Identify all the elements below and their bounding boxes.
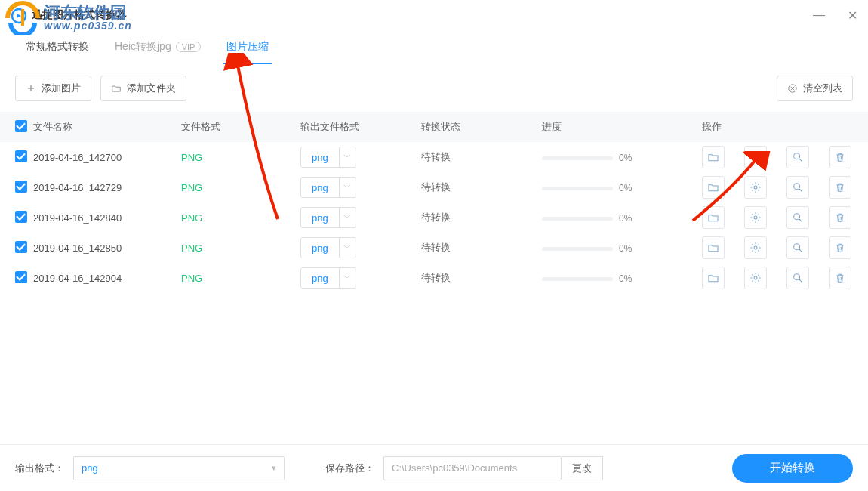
tab-common-format[interactable]: 常规格式转换 [23, 32, 92, 63]
col-filename: 文件名称 [33, 120, 181, 134]
table-row: 2019-04-16_142840PNGpng﹀待转换0% [0, 202, 868, 233]
chevron-down-icon: ▾ [272, 463, 276, 473]
svg-point-5 [754, 186, 757, 189]
progress-bar [542, 217, 613, 221]
file-name: 2019-04-16_142700 [33, 152, 181, 163]
output-format-select[interactable]: png﹀ [300, 207, 356, 228]
output-format-select[interactable]: png ▾ [73, 456, 285, 480]
file-name: 2019-04-16_142729 [33, 182, 181, 193]
settings-button[interactable] [744, 236, 767, 259]
settings-button[interactable] [744, 146, 767, 168]
preview-button[interactable] [786, 236, 809, 259]
settings-button[interactable] [744, 176, 767, 199]
start-convert-button[interactable]: 开始转换 [732, 454, 853, 483]
open-folder-button[interactable] [702, 176, 725, 199]
table-row: 2019-04-16_142850PNGpng﹀待转换0% [0, 233, 868, 263]
open-folder-button[interactable] [702, 267, 725, 289]
add-folder-button[interactable]: 添加文件夹 [100, 76, 186, 101]
row-checkbox[interactable] [15, 241, 27, 253]
delete-button[interactable] [829, 267, 851, 289]
delete-button[interactable] [829, 176, 851, 199]
chevron-down-icon: ﹀ [339, 147, 356, 168]
col-actions: 操作 [702, 120, 868, 134]
file-name: 2019-04-16_142850 [33, 242, 181, 254]
output-format-select[interactable]: png﹀ [300, 177, 356, 198]
file-name: 2019-04-16_142904 [33, 273, 181, 284]
table-row: 2019-04-16_142729PNGpng﹀待转换0% [0, 172, 868, 202]
save-path-input[interactable]: C:\Users\pc0359\Documents [383, 456, 562, 480]
delete-button[interactable] [829, 206, 851, 229]
output-format-select[interactable]: png﹀ [300, 237, 356, 258]
preview-button[interactable] [786, 206, 809, 229]
file-format: PNG [181, 242, 300, 254]
plus-icon [26, 83, 36, 94]
col-format: 文件格式 [181, 120, 300, 134]
row-checkbox[interactable] [15, 181, 27, 193]
col-status: 转换状态 [421, 120, 542, 134]
svg-point-4 [794, 153, 800, 159]
progress-value: 0% [619, 213, 632, 224]
row-checkbox[interactable] [15, 211, 27, 223]
chevron-down-icon: ﹀ [339, 237, 356, 258]
progress-bar [542, 156, 613, 160]
convert-status: 待转换 [421, 241, 542, 255]
titlebar: 迅捷图片格式转换器 — ✕ [0, 0, 868, 30]
tab-compress[interactable]: 图片压缩 [223, 32, 272, 63]
table-header: 文件名称 文件格式 输出文件格式 转换状态 进度 操作 [0, 112, 868, 142]
file-format: PNG [181, 152, 300, 163]
convert-status: 待转换 [421, 181, 542, 194]
svg-point-6 [794, 184, 800, 190]
preview-button[interactable] [786, 146, 809, 168]
add-image-button[interactable]: 添加图片 [15, 76, 91, 101]
file-name: 2019-04-16_142840 [33, 212, 181, 224]
progress-value: 0% [619, 183, 632, 193]
progress-bar [542, 187, 613, 190]
settings-button[interactable] [744, 267, 767, 289]
output-format-select[interactable]: png﹀ [300, 147, 356, 168]
convert-status: 待转换 [421, 271, 542, 285]
vip-badge: VIP [176, 42, 202, 52]
change-path-button[interactable]: 更改 [562, 456, 603, 480]
clear-list-button[interactable]: 清空列表 [777, 76, 853, 101]
svg-point-11 [754, 276, 757, 279]
svg-point-3 [754, 156, 757, 159]
file-format: PNG [181, 212, 300, 224]
settings-button[interactable] [744, 206, 767, 229]
open-folder-button[interactable] [702, 146, 725, 168]
open-folder-button[interactable] [702, 206, 725, 229]
table-row: 2019-04-16_142700PNGpng﹀待转换0% [0, 142, 868, 172]
clear-icon [787, 83, 798, 94]
progress-value: 0% [619, 273, 632, 284]
progress-bar [542, 277, 613, 281]
output-format-select[interactable]: png﹀ [300, 267, 356, 289]
delete-button[interactable] [829, 146, 851, 168]
chevron-down-icon: ﹀ [339, 177, 356, 198]
select-all-checkbox[interactable] [15, 120, 27, 132]
svg-point-7 [754, 216, 757, 219]
tab-heic[interactable]: Heic转换jpgVIP [112, 32, 204, 63]
svg-point-8 [794, 214, 800, 220]
app-icon [11, 8, 27, 24]
footer: 输出格式： png ▾ 保存路径： C:\Users\pc0359\Docume… [0, 444, 868, 491]
table-row: 2019-04-16_142904PNGpng﹀待转换0% [0, 263, 868, 293]
delete-button[interactable] [829, 236, 851, 259]
minimize-button[interactable]: — [813, 8, 825, 22]
convert-status: 待转换 [421, 150, 542, 164]
progress-value: 0% [619, 243, 632, 254]
svg-point-9 [754, 246, 757, 249]
output-format-label: 输出格式： [15, 462, 64, 475]
folder-icon [111, 83, 122, 94]
row-checkbox[interactable] [15, 150, 27, 162]
chevron-down-icon: ﹀ [339, 267, 356, 289]
tab-bar: 常规格式转换 Heic转换jpgVIP 图片压缩 [0, 30, 868, 65]
convert-status: 待转换 [421, 211, 542, 224]
row-checkbox[interactable] [15, 271, 27, 283]
preview-button[interactable] [786, 267, 809, 289]
open-folder-button[interactable] [702, 236, 725, 259]
col-progress: 进度 [542, 120, 702, 134]
close-button[interactable]: ✕ [848, 8, 857, 23]
col-output-format: 输出文件格式 [300, 120, 421, 134]
chevron-down-icon: ﹀ [339, 207, 356, 228]
svg-point-10 [794, 244, 800, 250]
preview-button[interactable] [786, 176, 809, 199]
